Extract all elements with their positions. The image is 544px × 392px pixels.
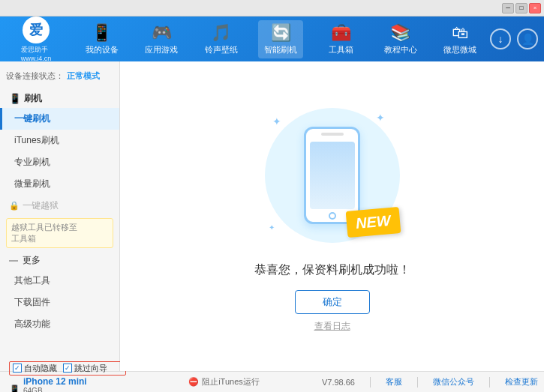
notice-text: 越狱工具已转移至工具箱 [11, 223, 77, 243]
confirm-button[interactable]: 确定 [295, 290, 370, 314]
ringtones-label: 铃声壁纸 [205, 44, 238, 55]
new-badge: NEW [345, 206, 400, 237]
tutorial-icon: 📚 [390, 23, 410, 43]
phone-home-button [329, 212, 336, 220]
status-value: 正常模式 [67, 70, 100, 82]
nav-right-buttons: ↓ 👤 [490, 28, 538, 49]
skip-wizard-checkmark: ✓ [65, 364, 71, 372]
connection-status: 设备连接状态： 正常模式 [0, 67, 119, 88]
main-content: ✦ ✦ ✦ NEW 恭喜您，保资料刷机成功啦！ 确定 查看日志 [120, 61, 544, 371]
device-details: iPhone 12 mini 64GB Down-12mini-13,1 [23, 376, 87, 393]
customer-service-link[interactable]: 客服 [386, 376, 402, 388]
bottom-left-section: ✓ 自动隐藏 ✓ 跳过向导 📱 iPhone 12 mini 64GB Down… [6, 361, 126, 393]
smart-flash-label: 智能刷机 [264, 44, 297, 55]
back-link[interactable]: 查看日志 [314, 320, 350, 333]
sidebar-other-tools[interactable]: 其他工具 [0, 270, 119, 292]
sparkle-3: ✦ [269, 223, 275, 232]
flash-section: 📱 刷机 一键刷机 iTunes刷机 专业刷机 微量刷机 [0, 88, 119, 196]
jailbreak-notice: 越狱工具已转移至工具箱 [6, 218, 113, 248]
apps-games-label: 应用游戏 [145, 44, 178, 55]
divider-3 [489, 377, 490, 388]
main-layout: 设备连接状态： 正常模式 📱 刷机 一键刷机 iTunes刷机 专业刷机 微量刷… [0, 61, 544, 371]
divider-2 [417, 377, 418, 388]
nav-bar: 爱 爱思助手 www.i4.cn 📱 我的设备 🎮 应用游戏 🎵 铃声壁纸 🔄 … [0, 16, 544, 61]
device-row: 📱 iPhone 12 mini 64GB Down-12mini-13,1 [9, 376, 126, 393]
logo-icon: 爱 [23, 16, 50, 43]
success-message: 恭喜您，保资料刷机成功啦！ [254, 262, 410, 278]
ringtones-icon: 🎵 [211, 23, 231, 43]
jailbreak-locked: 🔒 一键越狱 [0, 196, 119, 215]
smart-flash-icon: 🔄 [271, 23, 291, 43]
wechat-public-link[interactable]: 微信公众号 [433, 376, 474, 388]
auto-hide-checkbox[interactable]: ✓ 自动隐藏 [13, 363, 57, 374]
sidebar: 设备连接状态： 正常模式 📱 刷机 一键刷机 iTunes刷机 专业刷机 微量刷… [0, 61, 120, 371]
status-label: 设备连接状态： [6, 70, 64, 82]
toolbox-icon: 🧰 [331, 23, 351, 43]
close-button[interactable]: × [529, 3, 541, 13]
my-device-icon: 📱 [92, 23, 112, 43]
auto-hide-checkmark: ✓ [14, 364, 20, 372]
download-button[interactable]: ↓ [490, 28, 511, 49]
weidian-label: 微思微城 [443, 44, 476, 55]
apps-games-icon: 🎮 [152, 23, 172, 43]
check-update-link[interactable]: 检查更新 [505, 376, 538, 388]
nav-apps-games[interactable]: 🎮 应用游戏 [139, 20, 184, 58]
divider-icon [9, 260, 18, 262]
skip-wizard-label: 跳过向导 [74, 363, 107, 374]
minimize-button[interactable]: ─ [502, 3, 514, 13]
flash-section-icon: 📱 [9, 93, 21, 104]
auto-hide-label: 自动隐藏 [24, 363, 57, 374]
sidebar-advanced[interactable]: 高级功能 [0, 313, 119, 335]
divider-1 [370, 377, 371, 388]
device-storage: 64GB [23, 387, 87, 393]
auto-hide-check-box: ✓ [13, 364, 22, 373]
skip-wizard-checkbox[interactable]: ✓ 跳过向导 [63, 363, 107, 374]
sparkle-1: ✦ [272, 115, 281, 127]
sidebar-one-click-flash[interactable]: 一键刷机 [0, 108, 119, 130]
itunes-status: ⛔ 阻止iTunes运行 [188, 376, 260, 388]
nav-ringtones[interactable]: 🎵 铃声壁纸 [199, 20, 244, 58]
weidian-icon: 🛍 [452, 23, 468, 43]
itunes-stop-icon: ⛔ [188, 377, 199, 387]
more-label: 更多 [23, 254, 41, 267]
nav-my-device[interactable]: 📱 我的设备 [80, 20, 125, 58]
nav-weidian[interactable]: 🛍 微思微城 [437, 20, 482, 58]
nav-toolbox[interactable]: 🧰 工具箱 [318, 20, 363, 58]
nav-items: 📱 我的设备 🎮 应用游戏 🎵 铃声壁纸 🔄 智能刷机 🧰 工具箱 📚 教程中心… [72, 20, 490, 58]
skip-wizard-check-box: ✓ [63, 364, 72, 373]
bottom-bar: ✓ 自动隐藏 ✓ 跳过向导 📱 iPhone 12 mini 64GB Down… [0, 371, 544, 392]
sidebar-save-flash[interactable]: 微量刷机 [0, 173, 119, 195]
itunes-status-text: 阻止iTunes运行 [202, 376, 260, 388]
sidebar-download-firmware[interactable]: 下载固件 [0, 292, 119, 313]
nav-tutorial[interactable]: 📚 教程中心 [378, 20, 423, 58]
sparkle-2: ✦ [376, 112, 385, 124]
jailbreak-label: 一键越狱 [23, 199, 59, 212]
more-section-header: 更多 [0, 251, 119, 270]
lock-icon: 🔒 [9, 201, 20, 211]
version-text: V7.98.66 [322, 378, 355, 387]
tutorial-label: 教程中心 [384, 44, 417, 55]
toolbox-label: 工具箱 [329, 44, 353, 55]
sidebar-pro-flash[interactable]: 专业刷机 [0, 151, 119, 173]
user-button[interactable]: 👤 [517, 28, 538, 49]
device-icon: 📱 [9, 385, 20, 393]
phone-screen [310, 142, 355, 209]
flash-section-label: 刷机 [24, 92, 42, 105]
device-name: iPhone 12 mini [23, 376, 87, 387]
title-bar: ─ □ × [0, 0, 544, 16]
logo-subtitle: 爱思助手 www.i4.cn [21, 45, 52, 62]
sidebar-itunes-flash[interactable]: iTunes刷机 [0, 130, 119, 151]
nav-smart-flash[interactable]: 🔄 智能刷机 [258, 20, 303, 58]
phone-shape [304, 127, 360, 224]
flash-section-header: 📱 刷机 [0, 89, 119, 108]
app-logo[interactable]: 爱 爱思助手 www.i4.cn [6, 16, 66, 62]
checkboxes-row: ✓ 自动隐藏 ✓ 跳过向导 [9, 361, 126, 376]
title-bar-buttons[interactable]: ─ □ × [502, 3, 541, 13]
phone-illustration: ✦ ✦ ✦ NEW [257, 100, 407, 250]
my-device-label: 我的设备 [86, 44, 119, 55]
bottom-right-section: V7.98.66 客服 微信公众号 检查更新 [322, 376, 538, 388]
maximize-button[interactable]: □ [515, 3, 527, 13]
